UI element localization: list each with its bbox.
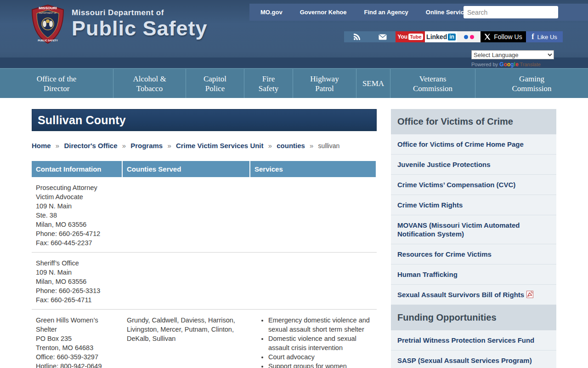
top-link-governor[interactable]: Governor Kehoe <box>300 9 347 16</box>
table-row: Prosecuting Attorney Victim Advocate 109… <box>32 177 377 252</box>
breadcrumb-separator: » <box>56 142 59 150</box>
sidebar-link-resources-for-crime-victims[interactable]: Resources for Crime Victims <box>391 244 556 264</box>
sidebar-section-title-victims-of-crime: Office for Victims of Crime <box>391 109 556 134</box>
service-item: Emergency domestic violence and sexual a… <box>268 316 373 334</box>
search-box <box>464 6 558 18</box>
nav-item-capitol-police[interactable]: Capitol Police <box>186 69 244 98</box>
sidebar-link-crime-victim-rights[interactable]: Crime Victim Rights <box>391 195 556 215</box>
page-title-banner: Sullivan County <box>32 109 377 131</box>
sidebar-link-ovc-home-page[interactable]: Office for Victims of Crime Home Page <box>391 134 556 155</box>
flickr-blue-dot-icon <box>464 35 468 39</box>
agency-logo[interactable]: MISSOURI DEPARTMENT OF PUBLIC SAFETY Mis… <box>30 5 208 44</box>
col-header-services: Services <box>250 161 376 177</box>
x-follow-label: Follow Us <box>494 33 522 40</box>
sidebar-link-human-trafficking[interactable]: Human Trafficking <box>391 264 556 285</box>
breadcrumb-counties[interactable]: counties <box>277 142 305 150</box>
x-follow-button[interactable]: Follow Us <box>481 31 526 42</box>
service-item: Support groups for women <box>268 362 373 368</box>
email-icon <box>379 34 387 40</box>
service-item: Court advocacy <box>268 352 373 362</box>
nav-item-veterans-commission[interactable]: Veterans Commission <box>390 69 475 98</box>
dps-badge-icon: MISSOURI DEPARTMENT OF PUBLIC SAFETY <box>30 5 65 44</box>
sidebar-link-sexual-assault-survivors-bill-of-rights[interactable]: Sexual Assault Survivors Bill of Rights <box>391 285 556 305</box>
contact-cell: Sheriff’s Office 109 N. Main Milan, MO 6… <box>32 253 123 309</box>
logo-name-line: Public Safety <box>72 17 208 40</box>
facebook-like-button[interactable]: f Like Us <box>526 31 563 42</box>
youtube-you-label: You <box>397 34 407 40</box>
col-header-contact-information: Contact Information <box>32 161 123 177</box>
site-header: MISSOURI DEPARTMENT OF PUBLIC SAFETY Mis… <box>0 0 588 68</box>
search-icon[interactable] <box>554 8 554 16</box>
counties-cell: Grundy, Caldwell, Daviess, Harrison, Liv… <box>123 310 250 368</box>
breadcrumb-crime-victim-services-unit[interactable]: Crime Victim Services Unit <box>176 142 264 150</box>
col-header-counties-served: Counties Served <box>123 161 250 177</box>
top-link-mogov[interactable]: MO.gov <box>260 9 283 16</box>
services-cell <box>250 177 377 252</box>
x-icon <box>484 34 491 40</box>
sidebar: Office for Victims of Crime Office for V… <box>391 109 556 368</box>
sidebar-link-sasp[interactable]: SASP (Sexual Assault Services Program) <box>391 351 556 368</box>
counties-cell <box>123 177 250 252</box>
breadcrumb-separator: » <box>310 142 313 150</box>
language-widget: Select Language <box>471 50 554 59</box>
youtube-tube-label: Tube <box>408 34 423 40</box>
nav-item-highway-patrol[interactable]: Highway Patrol <box>293 69 356 98</box>
contact-cell: Prosecuting Attorney Victim Advocate 109… <box>32 177 123 252</box>
breadcrumb-separator: » <box>268 142 272 150</box>
facebook-f-icon: f <box>531 33 534 41</box>
breadcrumb-programs[interactable]: Programs <box>130 142 163 150</box>
svg-text:PUBLIC SAFETY: PUBLIC SAFETY <box>38 39 58 42</box>
translate-label: Translate <box>520 62 540 67</box>
top-link-find-agency[interactable]: Find an Agency <box>364 9 408 16</box>
linkedin-button[interactable]: Linked in <box>425 31 457 42</box>
sidebar-link-movans[interactable]: MOVANS (Missouri Victim Automated Notifi… <box>391 215 556 244</box>
flickr-button[interactable] <box>457 31 481 42</box>
main-content: Sullivan County Home » Director's Office… <box>32 109 377 368</box>
social-bar: You Tube Linked in Follow Us f Like Us <box>344 31 563 42</box>
google-translate-attribution: Powered by Google Translate <box>471 61 541 68</box>
powered-by-label: Powered by <box>471 62 498 67</box>
counties-cell <box>123 253 250 309</box>
svg-text:DEPARTMENT OF: DEPARTMENT OF <box>39 12 57 14</box>
sidebar-link-label: Sexual Assault Survivors Bill of Rights <box>397 291 524 299</box>
table-header-row: Contact Information Counties Served Serv… <box>32 161 377 177</box>
pdf-icon <box>526 291 533 298</box>
nav-item-office-of-the-director[interactable]: Office of the Director <box>0 69 113 98</box>
breadcrumb-directors-office[interactable]: Director's Office <box>64 142 117 150</box>
main-nav: Office of the Director Alcohol & Tobacco… <box>0 68 588 98</box>
service-item: Domestic violence and sexual assault cri… <box>268 334 373 352</box>
sidebar-link-crime-victims-compensation[interactable]: Crime Victims’ Compensation (CVC) <box>391 175 556 195</box>
rss-icon <box>353 33 361 40</box>
sidebar-link-juvenile-justice-protections[interactable]: Juvenile Justice Protections <box>391 155 556 175</box>
search-input[interactable] <box>464 6 554 18</box>
utility-nav: MO.gov Governor Kehoe Find an Agency Onl… <box>249 4 588 21</box>
nav-item-gaming-commission[interactable]: Gaming Commission <box>475 69 588 98</box>
svg-text:MISSOURI: MISSOURI <box>39 6 57 10</box>
nav-item-fire-safety[interactable]: Fire Safety <box>244 69 293 98</box>
breadcrumb: Home » Director's Office » Programs » Cr… <box>32 142 377 150</box>
services-cell <box>250 253 377 309</box>
rss-button[interactable] <box>344 31 370 42</box>
page-title: Sullivan County <box>38 114 126 127</box>
youtube-button[interactable]: You Tube <box>396 31 425 42</box>
flickr-pink-dot-icon <box>470 35 474 39</box>
nav-item-sema[interactable]: SEMA <box>356 69 390 98</box>
logo-dept-line: Missouri Department of <box>72 8 208 17</box>
google-logo: Google <box>499 61 518 68</box>
services-list: Emergency domestic violence and sexual a… <box>254 316 373 368</box>
facebook-like-label: Like Us <box>537 34 557 40</box>
language-select[interactable]: Select Language <box>471 50 554 59</box>
contact-cell: Green Hills Women’s Shelter PO Box 235 T… <box>32 310 123 368</box>
nav-item-alcohol-tobacco[interactable]: Alcohol & Tobacco <box>113 69 186 98</box>
table-row: Sheriff’s Office 109 N. Main Milan, MO 6… <box>32 252 377 309</box>
table-row: Green Hills Women’s Shelter PO Box 235 T… <box>32 309 377 368</box>
breadcrumb-home[interactable]: Home <box>32 142 51 150</box>
breadcrumb-separator: » <box>122 142 126 150</box>
linkedin-word-label: Linked <box>426 33 447 40</box>
sidebar-section-title-funding-opportunities: Funding Opportunities <box>391 305 556 330</box>
services-table: Contact Information Counties Served Serv… <box>32 161 377 368</box>
email-button[interactable] <box>370 31 396 42</box>
services-cell: Emergency domestic violence and sexual a… <box>250 310 377 368</box>
breadcrumb-separator: » <box>167 142 171 150</box>
sidebar-link-pretrial-witness-protection-fund[interactable]: Pretrial Witness Protection Services Fun… <box>391 330 556 351</box>
